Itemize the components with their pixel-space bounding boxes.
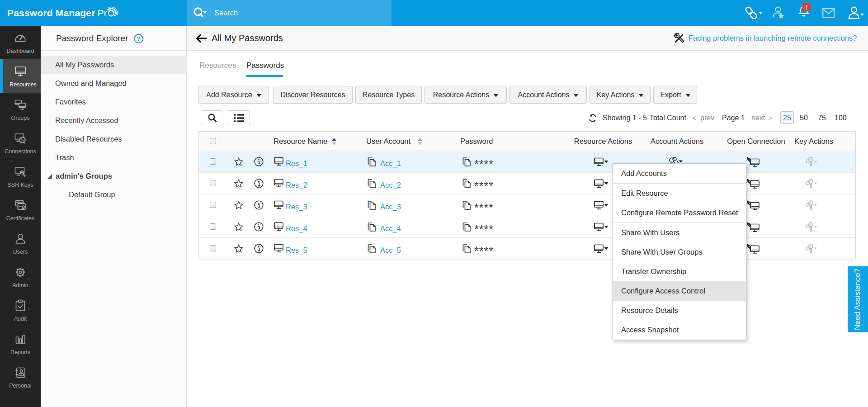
svg-text:!: !: [806, 4, 808, 11]
